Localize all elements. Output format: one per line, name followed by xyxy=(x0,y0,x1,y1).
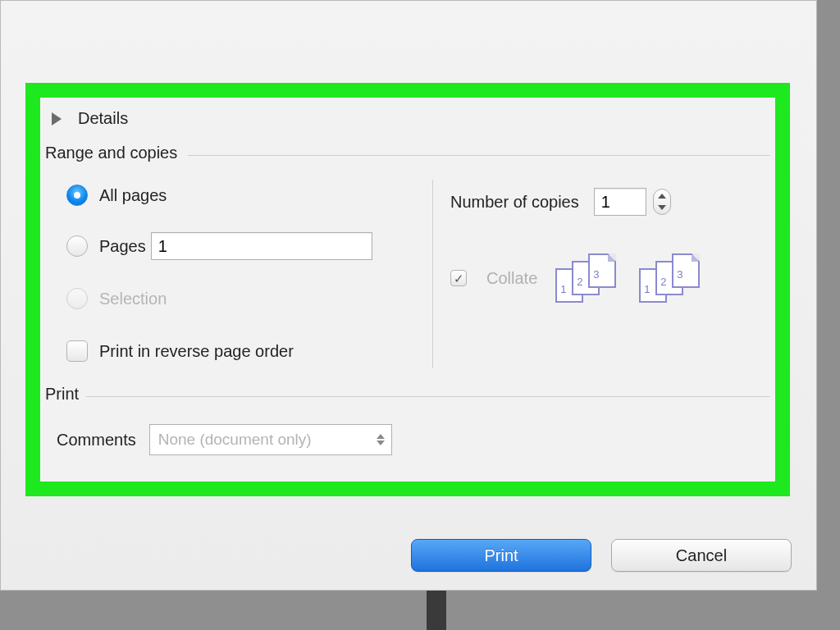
collate-checkbox[interactable]: ✓ xyxy=(450,270,467,286)
collate-preview-icon: 3 2 1 3 2 1 xyxy=(555,253,703,303)
details-label: Details xyxy=(78,109,128,128)
comments-row: Comments None (document only) xyxy=(57,424,392,455)
copies-row: Number of copies xyxy=(450,188,671,216)
cancel-button[interactable]: Cancel xyxy=(611,539,792,572)
page-stack-icon: 3 2 1 xyxy=(555,253,619,303)
copies-label: Number of copies xyxy=(450,193,579,212)
print-button-label: Print xyxy=(484,546,518,565)
details-disclosure[interactable]: Details xyxy=(52,109,128,128)
chevron-up-down-icon xyxy=(377,434,385,445)
radio-selection-label: Selection xyxy=(99,290,167,308)
radio-icon xyxy=(66,235,88,257)
page-stack-icon: 3 2 1 xyxy=(639,253,703,303)
checkbox-reverse-order[interactable]: Print in reverse page order xyxy=(66,340,294,362)
check-icon: ✓ xyxy=(454,272,464,285)
vertical-divider xyxy=(432,180,433,368)
window-shadow xyxy=(427,591,446,630)
radio-pages[interactable]: Pages xyxy=(66,232,372,260)
section-divider xyxy=(188,155,770,156)
print-section-title: Print xyxy=(45,385,79,404)
dialog-content: Details Range and copies All pages Pages… xyxy=(40,98,775,482)
radio-pages-label: Pages xyxy=(99,237,146,256)
radio-icon xyxy=(66,185,88,206)
section-divider xyxy=(86,396,770,397)
collate-label: Collate xyxy=(486,269,537,288)
radio-all-pages-label: All pages xyxy=(99,186,167,205)
pages-input[interactable] xyxy=(151,232,372,260)
page-icon: 3 xyxy=(588,253,616,288)
copies-input[interactable] xyxy=(594,188,646,216)
checkbox-reverse-label: Print in reverse page order xyxy=(99,342,294,361)
dialog-button-bar: Print Cancel xyxy=(1,526,818,585)
comments-dropdown[interactable]: None (document only) xyxy=(149,424,392,455)
comments-value: None (document only) xyxy=(158,431,312,449)
desktop-background: Details Range and copies All pages Pages… xyxy=(0,0,840,630)
print-dialog: Details Range and copies All pages Pages… xyxy=(0,0,817,591)
radio-selection: Selection xyxy=(66,288,167,309)
radio-icon xyxy=(66,288,88,309)
print-button[interactable]: Print xyxy=(411,539,591,572)
page-icon: 3 xyxy=(672,253,700,288)
cancel-button-label: Cancel xyxy=(676,546,727,565)
comments-label: Comments xyxy=(57,431,136,450)
range-section-title: Range and copies xyxy=(45,144,177,162)
radio-all-pages[interactable]: All pages xyxy=(66,185,167,206)
checkbox-icon xyxy=(66,340,88,362)
copies-stepper[interactable] xyxy=(653,189,671,215)
collate-row: ✓ Collate 3 2 1 3 2 1 xyxy=(450,253,703,303)
disclosure-triangle-icon xyxy=(52,112,62,126)
